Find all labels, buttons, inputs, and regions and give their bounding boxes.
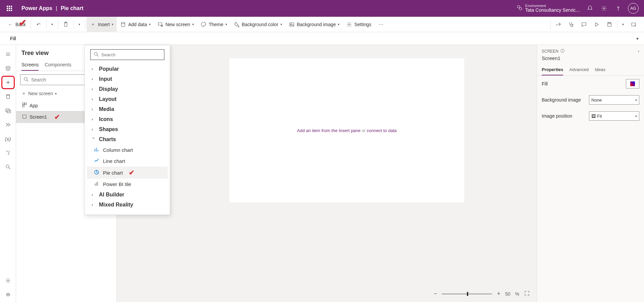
cat-shapes[interactable]: ›Shapes (87, 124, 168, 134)
back-button[interactable]: ← Back (4, 17, 29, 32)
formula-bar: ▾ (0, 32, 644, 45)
rail-search[interactable] (1, 160, 15, 174)
image-position-select[interactable]: 🖼Fit▾ (589, 111, 639, 121)
svg-point-21 (7, 294, 8, 295)
svg-rect-24 (22, 103, 24, 105)
rail-settings[interactable] (1, 274, 15, 287)
save-more-button[interactable]: ▾ (619, 17, 627, 32)
share-button[interactable] (552, 17, 565, 32)
insert-search-input[interactable] (101, 52, 161, 57)
formula-input[interactable] (91, 33, 631, 44)
insert-search[interactable] (90, 49, 164, 60)
canvas-screen[interactable]: Add an item from the Insert pane or conn… (229, 58, 464, 202)
chevron-right-icon: › (92, 77, 96, 81)
settings-button[interactable] (597, 1, 611, 15)
rail-virtual-agent[interactable] (1, 288, 15, 301)
tab-advanced[interactable]: Advanced (569, 64, 589, 75)
environment-picker[interactable]: Environment Tata Consultancy Servic… (517, 4, 580, 13)
preview-button[interactable] (590, 17, 603, 32)
info-icon[interactable]: ⓘ (560, 48, 565, 54)
column-chart-icon (94, 146, 100, 154)
zoom-in-button[interactable]: + (497, 290, 500, 297)
bg-color-button[interactable]: Background color ▾ (230, 17, 285, 32)
zoom-out-button[interactable]: − (434, 290, 437, 297)
property-selector[interactable] (7, 33, 91, 44)
play-icon (594, 21, 600, 27)
cat-display[interactable]: ›Display (87, 84, 168, 94)
cat-mixed-reality[interactable]: ›Mixed Reality (87, 200, 168, 210)
app-checker-button[interactable] (565, 17, 578, 32)
publish-icon (631, 21, 637, 27)
chart-line[interactable]: Line chart (87, 156, 168, 167)
rail-tools[interactable] (1, 146, 15, 160)
theme-button[interactable]: Theme ▾ (197, 17, 230, 32)
chevron-down-icon: ▾ (622, 22, 624, 26)
chevron-down-icon: ▾ (225, 22, 227, 26)
chart-column[interactable]: Column chart (87, 144, 168, 156)
undo-button[interactable]: ↶ (32, 17, 45, 32)
new-screen-button[interactable]: New screen ▾ (154, 17, 197, 32)
fit-button[interactable] (524, 290, 530, 297)
prop-fill: Fill (537, 76, 644, 92)
zoom-pct: % (515, 291, 519, 297)
comment-icon (581, 21, 587, 27)
notifications-button[interactable] (583, 1, 597, 15)
insert-pane-link[interactable]: Add an item from the Insert pane (297, 128, 360, 133)
rail-variables[interactable]: (x) (1, 132, 15, 145)
cat-popular[interactable]: ›Popular (87, 64, 168, 74)
tab-properties[interactable]: Properties (542, 64, 563, 75)
svg-point-22 (8, 294, 9, 295)
app-header: Power Apps | Pie chart Environment Tata … (0, 0, 644, 17)
paste-button[interactable] (59, 17, 72, 32)
chevron-down-icon: ▾ (635, 114, 637, 118)
rail-power-automate[interactable] (1, 118, 15, 131)
help-button[interactable] (611, 1, 625, 15)
add-data-button[interactable]: Add data ▾ (117, 17, 154, 32)
zoom-bar: − + 50 % (434, 290, 530, 297)
chart-powerbi[interactable]: Power BI tile (87, 179, 168, 190)
chart-pie[interactable]: Pie chart✔ (87, 167, 168, 179)
color-swatch-icon (630, 81, 635, 86)
cat-input[interactable]: ›Input (87, 74, 168, 84)
undo-more-button[interactable]: ▾ (48, 17, 56, 32)
tab-ideas[interactable]: Ideas (595, 64, 605, 75)
chevron-right-icon: › (92, 192, 96, 197)
app-launcher-button[interactable] (3, 2, 16, 15)
cat-charts[interactable]: ›Charts (87, 134, 168, 144)
svg-point-1 (519, 8, 522, 10)
zoom-slider[interactable] (442, 294, 492, 294)
rail-tree-view[interactable] (1, 62, 15, 75)
command-bar: ← Back ↶ ▾ ▾ ＋ Insert ▾ Add data ▾ New s… (0, 17, 644, 32)
paste-more-button[interactable]: ▾ (75, 17, 84, 32)
fill-color-picker[interactable] (626, 79, 639, 88)
chevron-down-icon: ▾ (338, 22, 339, 26)
chevron-down-icon: ▾ (78, 22, 80, 26)
publish-button[interactable] (627, 17, 640, 32)
settings-button-toolbar[interactable]: Settings (343, 17, 375, 32)
cat-ai-builder[interactable]: ›AI Builder (87, 190, 168, 200)
cat-media[interactable]: ›Media (87, 104, 168, 114)
screen-add-icon (157, 21, 163, 27)
rail-hamburger[interactable] (1, 48, 15, 61)
expand-pane-button[interactable]: › (638, 49, 639, 54)
cat-icons[interactable]: ›Icons (87, 114, 168, 124)
connect-data-link[interactable]: connect to data (367, 128, 397, 133)
comments-button[interactable] (578, 17, 590, 32)
image-icon: 🖼 (591, 114, 596, 119)
rail-data[interactable] (1, 90, 15, 103)
formula-expand-button[interactable]: ▾ (631, 36, 644, 41)
cat-layout[interactable]: ›Layout (87, 94, 168, 104)
rail-insert[interactable] (1, 76, 15, 89)
more-button[interactable]: ⋯ (375, 17, 387, 32)
tab-components[interactable]: Components (45, 59, 71, 71)
rail-media[interactable] (1, 104, 15, 117)
svg-rect-26 (22, 105, 24, 107)
chevron-down-icon: ▾ (112, 22, 113, 26)
bg-image-select[interactable]: None▾ (589, 95, 639, 105)
tab-screens[interactable]: Screens (21, 59, 39, 71)
props-header: SCREEN ⓘ › (537, 45, 644, 55)
bg-image-button[interactable]: Background image ▾ (285, 17, 343, 32)
save-button[interactable] (603, 17, 616, 32)
insert-button[interactable]: ＋ Insert ▾ (87, 17, 117, 32)
user-avatar[interactable]: AG (628, 3, 639, 14)
